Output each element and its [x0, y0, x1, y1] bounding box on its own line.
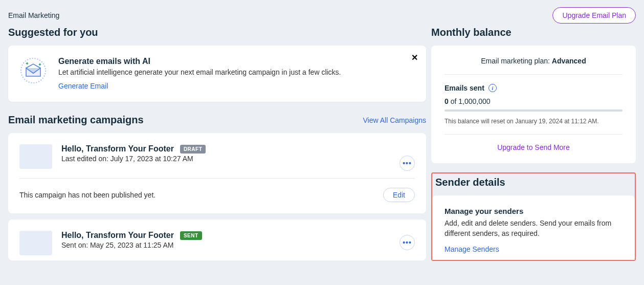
campaigns-heading: Email marketing campaigns	[8, 114, 144, 126]
status-badge: SENT	[180, 231, 202, 240]
manage-senders-link[interactable]: Manage Senders	[445, 245, 499, 253]
campaign-status-text: This campaign has not been published yet…	[19, 191, 156, 199]
sent-count: 0 of 1,000,000	[445, 97, 623, 105]
divider	[19, 178, 415, 179]
campaign-title: Hello, Transform Your Footer	[61, 144, 174, 154]
close-icon[interactable]: ✕	[411, 53, 418, 62]
suggested-description: Let artificial intelligence generate you…	[58, 68, 341, 76]
sender-description: Add, edit and delete senders. Send your …	[445, 218, 623, 238]
more-actions-button[interactable]: •••	[399, 156, 415, 171]
generate-email-link[interactable]: Generate Email	[58, 82, 108, 90]
sender-details-section: Sender details Manage your senders Add, …	[431, 172, 636, 261]
campaign-thumbnail	[19, 144, 52, 169]
plan-line: Email marketing plan: Advanced	[445, 57, 623, 75]
campaign-card: Hello, Transform Your Footer SENT Sent o…	[8, 220, 426, 260]
campaign-card: Hello, Transform Your Footer DRAFT Last …	[8, 133, 426, 213]
balance-reset-text: This balance will reset on January 19, 2…	[445, 118, 623, 125]
campaign-title: Hello, Transform Your Footer	[61, 231, 174, 240]
suggested-title: Generate emails with AI	[58, 57, 341, 66]
sender-details-heading: Sender details	[432, 173, 635, 195]
edit-button[interactable]: Edit	[383, 188, 415, 202]
info-icon[interactable]: i	[488, 84, 497, 92]
progress-bar	[445, 109, 623, 112]
campaign-thumbnail	[19, 231, 52, 255]
emails-sent-label: Emails sent	[445, 84, 484, 92]
ellipsis-icon: •••	[403, 239, 412, 246]
campaign-meta: Sent on: May 25, 2023 at 11:25 AM	[61, 241, 415, 249]
plan-label: Email marketing plan:	[481, 57, 552, 65]
campaign-meta: Last edited on: July 17, 2023 at 10:27 A…	[61, 155, 415, 163]
plan-name: Advanced	[552, 57, 586, 65]
sender-card: Manage your senders Add, edit and delete…	[432, 195, 635, 260]
upgrade-email-plan-button[interactable]: Upgrade Email Plan	[552, 7, 636, 24]
sender-title: Manage your senders	[445, 207, 623, 215]
sent-count-value: 0	[445, 97, 449, 105]
page-title: Email Marketing	[8, 11, 59, 19]
balance-card: Email marketing plan: Advanced Emails se…	[431, 46, 636, 163]
suggested-card: ✕ Generate emails with AI Let artificial…	[8, 46, 426, 102]
ai-envelope-icon	[19, 57, 47, 84]
view-all-campaigns-link[interactable]: View All Campaigns	[363, 116, 426, 124]
upgrade-send-more-link[interactable]: Upgrade to Send More	[497, 143, 570, 151]
sent-count-limit: of 1,000,000	[449, 97, 491, 105]
more-actions-button[interactable]: •••	[399, 235, 415, 250]
suggested-heading: Suggested for you	[8, 27, 426, 38]
ellipsis-icon: •••	[403, 160, 412, 167]
status-badge: DRAFT	[180, 145, 206, 154]
monthly-balance-heading: Monthly balance	[431, 27, 636, 38]
